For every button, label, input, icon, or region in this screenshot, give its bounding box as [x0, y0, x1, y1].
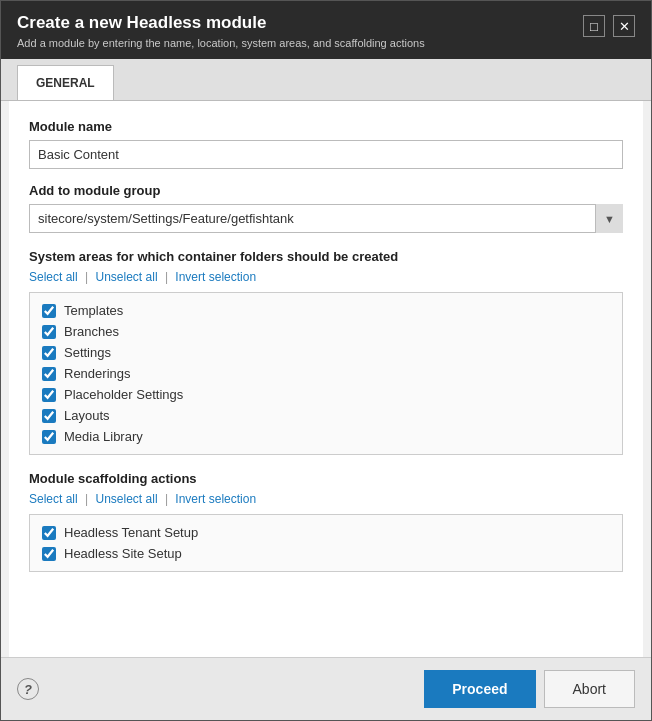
- module-group-label: Add to module group: [29, 183, 623, 198]
- scaffolding-unselect-all[interactable]: Unselect all: [96, 492, 158, 506]
- system-area-placeholder-checkbox[interactable]: [42, 388, 56, 402]
- module-name-input[interactable]: [29, 140, 623, 169]
- system-area-placeholder-label: Placeholder Settings: [64, 387, 183, 402]
- list-item[interactable]: Branches: [42, 324, 610, 339]
- dialog-body: Module name Add to module group sitecore…: [9, 101, 643, 657]
- module-group-select-wrapper: sitecore/system/Settings/Feature/getfish…: [29, 204, 623, 233]
- dialog-footer: ? Proceed Abort: [1, 657, 651, 720]
- list-item[interactable]: Headless Tenant Setup: [42, 525, 610, 540]
- scaffolding-label: Module scaffolding actions: [29, 471, 623, 486]
- system-areas-label: System areas for which container folders…: [29, 249, 623, 264]
- list-item[interactable]: Media Library: [42, 429, 610, 444]
- dialog-tabs: GENERAL: [1, 59, 651, 101]
- scaffolding-site-label: Headless Site Setup: [64, 546, 182, 561]
- scaffolding-tenant-label: Headless Tenant Setup: [64, 525, 198, 540]
- system-areas-unselect-all[interactable]: Unselect all: [96, 270, 158, 284]
- list-item[interactable]: Settings: [42, 345, 610, 360]
- help-icon[interactable]: ?: [17, 678, 39, 700]
- dialog-header-text: Create a new Headless module Add a modul…: [17, 13, 425, 49]
- proceed-button[interactable]: Proceed: [424, 670, 535, 708]
- abort-button[interactable]: Abort: [544, 670, 635, 708]
- system-areas-links: Select all | Unselect all | Invert selec…: [29, 270, 623, 284]
- scaffolding-links: Select all | Unselect all | Invert selec…: [29, 492, 623, 506]
- dialog-subtitle: Add a module by entering the name, locat…: [17, 37, 425, 49]
- scaffolding-tenant-checkbox[interactable]: [42, 526, 56, 540]
- dialog-header: Create a new Headless module Add a modul…: [1, 1, 651, 59]
- system-area-layouts-label: Layouts: [64, 408, 110, 423]
- module-name-label: Module name: [29, 119, 623, 134]
- scaffolding-site-checkbox[interactable]: [42, 547, 56, 561]
- scaffolding-actions-group: Headless Tenant Setup Headless Site Setu…: [29, 514, 623, 572]
- maximize-button[interactable]: □: [583, 15, 605, 37]
- system-area-settings-checkbox[interactable]: [42, 346, 56, 360]
- system-area-templates-label: Templates: [64, 303, 123, 318]
- list-item[interactable]: Placeholder Settings: [42, 387, 610, 402]
- dialog-title: Create a new Headless module: [17, 13, 425, 33]
- system-area-media-checkbox[interactable]: [42, 430, 56, 444]
- system-areas-select-all[interactable]: Select all: [29, 270, 78, 284]
- system-areas-invert[interactable]: Invert selection: [175, 270, 256, 284]
- system-area-renderings-checkbox[interactable]: [42, 367, 56, 381]
- list-item[interactable]: Templates: [42, 303, 610, 318]
- scaffolding-select-all[interactable]: Select all: [29, 492, 78, 506]
- system-area-layouts-checkbox[interactable]: [42, 409, 56, 423]
- system-area-renderings-label: Renderings: [64, 366, 131, 381]
- system-area-branches-label: Branches: [64, 324, 119, 339]
- footer-left: ?: [17, 678, 39, 700]
- list-item[interactable]: Headless Site Setup: [42, 546, 610, 561]
- system-area-branches-checkbox[interactable]: [42, 325, 56, 339]
- tab-general[interactable]: GENERAL: [17, 65, 114, 100]
- system-area-settings-label: Settings: [64, 345, 111, 360]
- system-areas-group: Templates Branches Settings Renderings P…: [29, 292, 623, 455]
- module-group-select[interactable]: sitecore/system/Settings/Feature/getfish…: [29, 204, 623, 233]
- list-item[interactable]: Layouts: [42, 408, 610, 423]
- system-area-media-label: Media Library: [64, 429, 143, 444]
- system-area-templates-checkbox[interactable]: [42, 304, 56, 318]
- footer-right: Proceed Abort: [424, 670, 635, 708]
- scaffolding-invert[interactable]: Invert selection: [175, 492, 256, 506]
- list-item[interactable]: Renderings: [42, 366, 610, 381]
- close-button[interactable]: ✕: [613, 15, 635, 37]
- dialog-header-controls: □ ✕: [583, 15, 635, 37]
- dialog: Create a new Headless module Add a modul…: [0, 0, 652, 721]
